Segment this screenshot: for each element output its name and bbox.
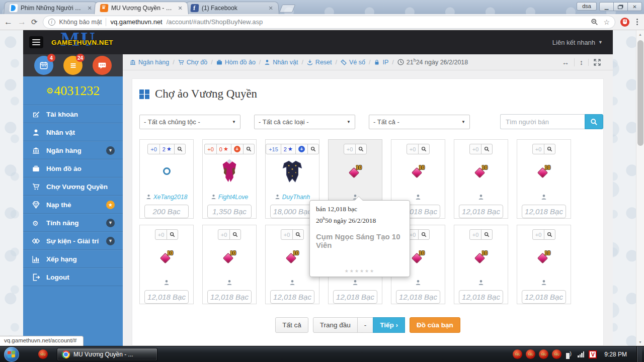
item-card[interactable]: +01012,018 Bạc xyxy=(202,225,257,304)
forward-icon[interactable]: → xyxy=(18,18,26,26)
page-info-icon[interactable]: i xyxy=(48,19,55,26)
add-button[interactable]: + xyxy=(295,144,308,154)
upgrade-badge[interactable]: +0 xyxy=(469,229,482,240)
sidebar-item-cho-vuong-quyen[interactable]: Chợ Vương Quyền xyxy=(23,177,123,196)
show-desktop-button[interactable] xyxy=(636,346,642,362)
magnify-button[interactable] xyxy=(544,229,555,240)
sidebar-item-nap-the[interactable]: Nạp thẻ★ xyxy=(23,196,123,214)
minimize-button[interactable]: ▁ xyxy=(599,2,614,11)
breadcrumb-link[interactable]: Ngân hàng xyxy=(130,59,169,66)
item-card[interactable]: +00 ★+Fight4Love1,350 Bạc xyxy=(202,139,257,219)
page-scrollbar[interactable]: ▲ ▼ xyxy=(636,30,644,346)
magnify-button[interactable] xyxy=(481,144,493,154)
seller-link[interactable]: Fight4Love xyxy=(211,193,248,201)
input-method-icon[interactable]: V xyxy=(589,350,597,358)
taskbar-window-button[interactable]: MU Vương Quyền - ... xyxy=(57,348,157,361)
sidebar-item-nhan-vat[interactable]: Nhân vật xyxy=(23,123,123,141)
star-badge[interactable]: 2 ★ xyxy=(281,144,296,154)
mu-app-icon[interactable]: MU xyxy=(38,349,48,359)
item-card[interactable]: +01012,018 Bạc xyxy=(139,225,194,304)
browser-profile-button[interactable]: dsa xyxy=(577,2,597,11)
seller-link[interactable]: XeTang2018 xyxy=(146,193,188,201)
scrollbar-thumb[interactable] xyxy=(637,40,643,146)
item-card[interactable]: +01012,018 Bạc xyxy=(454,139,508,219)
upgrade-badge[interactable]: +0 xyxy=(532,144,545,154)
magnify-button[interactable] xyxy=(355,144,367,154)
new-tab-button[interactable] xyxy=(279,5,295,13)
star-badge[interactable]: 0 ★ xyxy=(216,144,231,154)
your-items-button[interactable]: Đồ của bạn xyxy=(410,317,460,333)
messages-button[interactable]: 24 xyxy=(63,56,83,75)
bookmark-star-icon[interactable]: ☆ xyxy=(603,18,610,26)
breadcrumb-link[interactable]: Nhân vật xyxy=(264,59,298,66)
breadcrumb-link[interactable]: Chợ đồ xyxy=(178,59,208,66)
chat-button[interactable] xyxy=(93,56,112,75)
maximize-button[interactable] xyxy=(613,2,628,11)
scroll-up-icon[interactable]: ▲ xyxy=(636,30,644,38)
magnify-button[interactable] xyxy=(229,229,241,240)
item-card[interactable]: +01012,018 Bạc xyxy=(517,225,571,304)
upgrade-badge[interactable]: +0 xyxy=(469,144,482,154)
magnify-button[interactable] xyxy=(167,229,178,240)
upgrade-badge[interactable]: +0 xyxy=(147,144,160,154)
close-button[interactable]: ✕ xyxy=(627,2,642,11)
magnify-button[interactable] xyxy=(481,229,493,240)
address-bar[interactable]: i Không bảo mật vq.gamethuvn.net/account… xyxy=(43,16,615,29)
add-button[interactable]: + xyxy=(231,144,244,154)
search-input[interactable] xyxy=(500,114,585,129)
mu-tray-icon[interactable]: MU xyxy=(526,349,535,359)
magnify-button[interactable] xyxy=(544,144,555,154)
fullscreen-icon[interactable] xyxy=(588,59,606,66)
upgrade-badge[interactable]: +15 xyxy=(266,144,281,154)
upgrade-badge[interactable]: +0 xyxy=(204,144,217,154)
magnify-button[interactable] xyxy=(174,144,186,154)
breadcrumb-link[interactable]: IP xyxy=(374,59,388,66)
sidebar-item-logout[interactable]: Logout xyxy=(23,268,123,286)
magnify-button[interactable] xyxy=(418,144,430,154)
tab-close-icon[interactable]: ✕ xyxy=(267,5,275,12)
start-button[interactable] xyxy=(4,347,19,362)
scroll-down-icon[interactable]: ▼ xyxy=(636,338,644,346)
upgrade-badge[interactable]: +0 xyxy=(344,144,356,154)
browser-menu-icon[interactable] xyxy=(634,19,640,25)
calendar-button[interactable]: 4 xyxy=(34,56,53,75)
hamburger-menu-icon[interactable] xyxy=(29,36,43,48)
all-filter-select[interactable]: - Tất cả - xyxy=(369,115,470,129)
star-badge[interactable]: 2 ★ xyxy=(159,144,175,154)
horizontal-resize-icon[interactable]: ↔ xyxy=(557,58,574,66)
sidebar-item-su-kien-giai-tri[interactable]: Sự kiện - Giải trí▼ xyxy=(23,232,123,250)
browser-tab[interactable]: (1) Facebook✕ xyxy=(185,2,279,14)
site-logo[interactable]: MU GAMETHUVN.NET xyxy=(51,32,127,52)
item-card[interactable]: +01012,018 Bạc xyxy=(517,139,571,219)
item-card[interactable]: +01012,018 Bạc xyxy=(454,225,508,304)
search-button[interactable] xyxy=(585,114,603,129)
all-pages-button[interactable]: Tất cả xyxy=(275,317,308,333)
upgrade-badge[interactable]: +0 xyxy=(407,144,419,154)
magnify-button[interactable] xyxy=(307,144,319,154)
sidebar-item-tinh-nang[interactable]: ⚙Tính năng▼ xyxy=(23,214,123,232)
magnify-button[interactable] xyxy=(418,229,430,240)
magnify-button[interactable] xyxy=(292,229,304,240)
vertical-resize-icon[interactable]: ↕ xyxy=(574,58,588,66)
magnify-button[interactable] xyxy=(243,144,255,154)
browser-tab[interactable]: Phim Những Người Thừa✕ xyxy=(4,2,98,14)
current-page-button[interactable]: - xyxy=(357,317,374,333)
adblock-icon[interactable] xyxy=(620,18,629,27)
sidebar-item-hom-do-ao[interactable]: Hòm đồ ảo xyxy=(23,159,123,177)
mu-tray-icon[interactable]: MU xyxy=(513,349,522,359)
volume-icon[interactable] xyxy=(566,351,573,357)
zoom-icon[interactable] xyxy=(591,18,598,26)
breadcrumb-link[interactable]: Reset xyxy=(307,59,332,66)
item-card[interactable]: +02 ★XeTang2018200 Bạc xyxy=(139,139,194,219)
tab-close-icon[interactable]: ✕ xyxy=(177,5,184,12)
mu-tray-icon[interactable]: MU xyxy=(552,349,561,359)
race-filter-select[interactable]: - Tất cả chủng tộc - xyxy=(139,115,240,129)
first-page-button[interactable]: Trang đầu xyxy=(313,317,358,333)
network-icon[interactable] xyxy=(578,351,584,357)
sidebar-item-ngan-hang[interactable]: Ngân hàng▼ xyxy=(23,141,123,159)
breadcrumb-link[interactable]: Vé số xyxy=(341,59,365,66)
mu-tray-icon[interactable]: MU xyxy=(539,349,548,359)
upgrade-badge[interactable]: +0 xyxy=(218,229,230,240)
upgrade-badge[interactable]: +0 xyxy=(155,229,168,240)
quick-links-dropdown[interactable]: Liên kết nhanh ▼ xyxy=(552,39,603,46)
